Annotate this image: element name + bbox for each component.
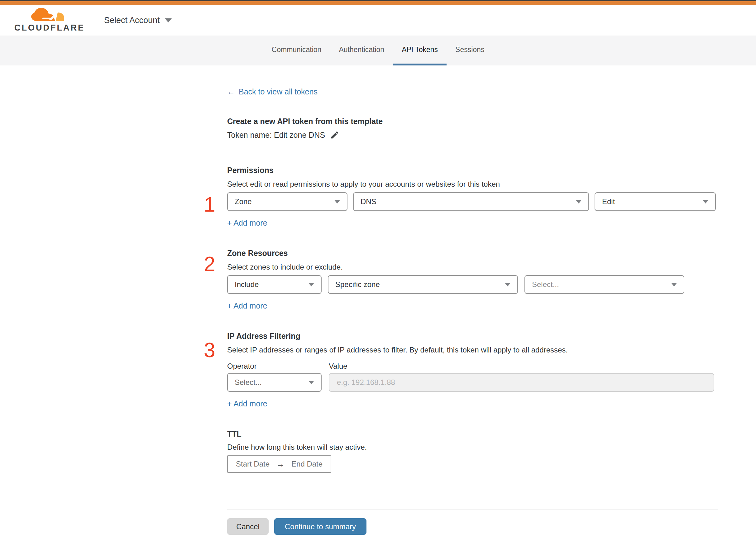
- token-template-form: 1 2 3 ← Back to view all tokens Create a…: [0, 65, 756, 535]
- zone-picker-select[interactable]: Select...: [525, 275, 684, 294]
- footer-divider: [227, 510, 718, 510]
- ip-filtering-title: IP Address Filtering: [227, 332, 300, 341]
- ttl-title: TTL: [227, 430, 241, 439]
- step-number-3: 3: [204, 340, 215, 360]
- permission-resource-select[interactable]: DNS: [353, 192, 589, 211]
- zone-resources-description: Select zones to include or exclude.: [227, 263, 343, 271]
- ip-filtering-add-more-link[interactable]: + Add more: [227, 399, 267, 408]
- ip-operator-placeholder: Select...: [235, 378, 262, 387]
- tab-authentication[interactable]: Authentication: [330, 36, 393, 65]
- tab-sessions[interactable]: Sessions: [447, 36, 493, 65]
- chevron-down-icon: [308, 283, 314, 287]
- continue-to-summary-button[interactable]: Continue to summary: [274, 518, 366, 535]
- step-number-1: 1: [204, 194, 215, 215]
- chevron-down-icon: [308, 381, 314, 384]
- permissions-description: Select edit or read permissions to apply…: [227, 180, 500, 188]
- cloudflare-cloud-icon: [26, 8, 73, 23]
- zone-include-select[interactable]: Include: [227, 275, 321, 294]
- arrow-right-icon: →: [276, 459, 284, 469]
- zone-resources-add-more-link[interactable]: + Add more: [227, 302, 267, 311]
- chevron-down-icon: [334, 200, 340, 203]
- chevron-down-icon: [671, 283, 677, 287]
- start-date-placeholder: Start Date: [236, 460, 269, 468]
- account-selector-label: Select Account: [104, 16, 160, 25]
- tab-communication[interactable]: Communication: [263, 36, 330, 65]
- chevron-down-icon: [505, 283, 511, 287]
- back-link-label: Back to view all tokens: [239, 87, 317, 96]
- permission-access-value: Edit: [602, 197, 615, 206]
- permission-resource-value: DNS: [360, 197, 376, 206]
- back-to-tokens-link[interactable]: ← Back to view all tokens: [227, 87, 317, 96]
- ttl-description: Define how long this token will stay act…: [227, 443, 367, 452]
- permissions-add-more-link[interactable]: + Add more: [227, 218, 267, 227]
- page-title: Create a new API token from this templat…: [227, 117, 383, 126]
- ip-operator-select[interactable]: Select...: [227, 373, 321, 392]
- back-arrow-icon: ←: [227, 87, 235, 96]
- ip-filtering-description: Select IP addresses or ranges of IP addr…: [227, 346, 568, 354]
- ip-value-input[interactable]: [329, 373, 714, 392]
- permissions-title: Permissions: [227, 166, 273, 175]
- zone-type-value: Specific zone: [335, 280, 380, 289]
- cloudflare-wordmark: CLOUDFLARE: [14, 23, 85, 33]
- brand-orange-bar: [0, 1, 756, 5]
- chevron-down-icon: [165, 18, 172, 22]
- edit-pencil-icon[interactable]: [330, 130, 339, 140]
- zone-picker-placeholder: Select...: [532, 280, 559, 289]
- cancel-button[interactable]: Cancel: [227, 518, 269, 535]
- step-number-2: 2: [204, 254, 215, 274]
- value-label: Value: [329, 362, 347, 371]
- permission-scope-select[interactable]: Zone: [227, 192, 347, 211]
- chevron-down-icon: [703, 200, 708, 203]
- app-header: CLOUDFLARE Select Account: [0, 5, 756, 36]
- cloudflare-logo[interactable]: CLOUDFLARE: [14, 8, 85, 33]
- zone-resources-title: Zone Resources: [227, 249, 288, 258]
- ttl-date-range-picker[interactable]: Start Date → End Date: [227, 455, 331, 473]
- zone-type-select[interactable]: Specific zone: [328, 275, 518, 294]
- permission-scope-value: Zone: [235, 197, 252, 206]
- permission-access-select[interactable]: Edit: [595, 192, 716, 211]
- zone-include-value: Include: [235, 280, 259, 289]
- account-selector[interactable]: Select Account: [104, 16, 172, 25]
- operator-label: Operator: [227, 362, 329, 371]
- token-name-text: Token name: Edit zone DNS: [227, 131, 325, 140]
- tab-api-tokens[interactable]: API Tokens: [393, 36, 447, 65]
- chevron-down-icon: [576, 200, 582, 203]
- profile-tab-bar: Communication Authentication API Tokens …: [0, 36, 756, 65]
- end-date-placeholder: End Date: [291, 460, 322, 468]
